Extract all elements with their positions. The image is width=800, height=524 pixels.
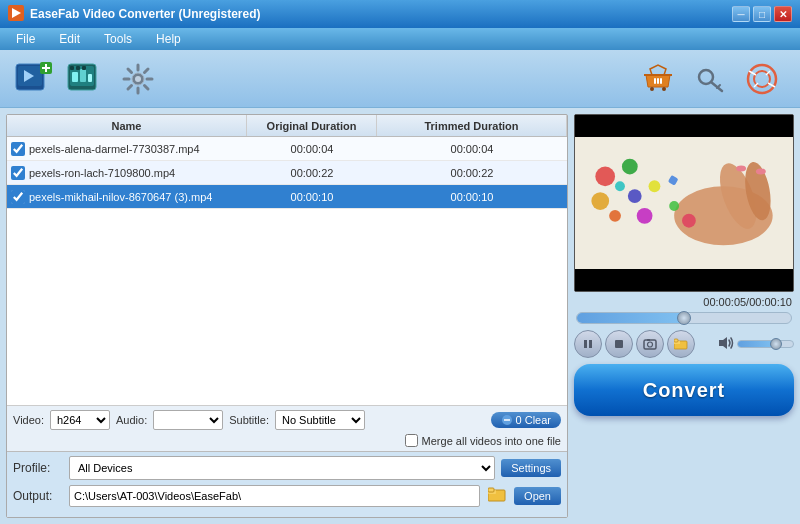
svg-point-48: [591, 192, 609, 210]
screenshot-button[interactable]: [636, 330, 664, 358]
merge-row: Merge all videos into one file: [13, 434, 561, 447]
time-display: 00:00:05/00:00:10: [574, 296, 794, 308]
svg-rect-10: [72, 72, 78, 82]
col-header-original: Original Duration: [247, 115, 377, 136]
svg-point-27: [662, 87, 666, 91]
progress-thumb[interactable]: [677, 311, 691, 325]
output-label: Output:: [13, 489, 63, 503]
table-row[interactable]: pexels-ron-lach-7109800.mp4 00:00:22 00:…: [7, 161, 567, 185]
file-table-body: pexels-alena-darmel-7730387.mp4 00:00:04…: [7, 137, 567, 405]
stop-button[interactable]: [605, 330, 633, 358]
profile-row: Profile: All Devices MP4 MKV Settings: [13, 456, 561, 480]
video-label: Video:: [13, 414, 44, 426]
svg-rect-63: [589, 340, 592, 348]
menu-bar: File Edit Tools Help: [0, 28, 800, 50]
playback-controls: [574, 330, 794, 358]
svg-rect-14: [76, 66, 80, 70]
orig-duration-1: 00:00:04: [247, 143, 377, 155]
svg-point-59: [669, 201, 679, 211]
svg-point-57: [736, 166, 746, 172]
svg-rect-12: [88, 74, 92, 82]
toolbar: [0, 50, 800, 108]
codec-controls-row: Video: h264 h265 mpeg4 Audio: aac mp3 Su…: [13, 410, 561, 430]
convert-button[interactable]: Convert: [574, 364, 794, 416]
svg-point-46: [595, 167, 615, 187]
svg-rect-65: [644, 340, 656, 349]
video-codec-select[interactable]: h264 h265 mpeg4: [50, 410, 110, 430]
basket-button[interactable]: [634, 56, 682, 102]
menu-edit[interactable]: Edit: [47, 30, 92, 48]
add-video-button[interactable]: [10, 56, 58, 102]
clear-count: 0: [516, 414, 522, 426]
edit-video-button[interactable]: [62, 56, 110, 102]
pause-button[interactable]: [574, 330, 602, 358]
settings-button[interactable]: Settings: [501, 459, 561, 477]
svg-rect-64: [615, 340, 623, 348]
file-checkbox-3[interactable]: [11, 190, 25, 204]
output-path-input[interactable]: [69, 485, 480, 507]
volume-thumb[interactable]: [770, 338, 782, 350]
svg-point-50: [609, 210, 621, 222]
trim-duration-1: 00:00:04: [377, 143, 567, 155]
clear-label: Clear: [525, 414, 551, 426]
trim-duration-2: 00:00:22: [377, 167, 567, 179]
close-button[interactable]: ✕: [774, 6, 792, 22]
menu-help[interactable]: Help: [144, 30, 193, 48]
folder-open-icon-button[interactable]: [486, 484, 508, 507]
file-checkbox-1[interactable]: [11, 142, 25, 156]
progress-bar-container[interactable]: [576, 312, 792, 324]
menu-file[interactable]: File: [4, 30, 47, 48]
volume-slider[interactable]: [737, 340, 794, 348]
output-row: Output: Open: [13, 484, 561, 507]
audio-codec-select[interactable]: aac mp3: [153, 410, 223, 430]
register-key-button[interactable]: [686, 56, 734, 102]
open-folder-button[interactable]: [667, 330, 695, 358]
clear-icon: [501, 414, 513, 426]
profile-label: Profile:: [13, 461, 63, 475]
svg-rect-13: [70, 66, 74, 70]
merge-checkbox[interactable]: [405, 434, 418, 447]
file-checkbox-2[interactable]: [11, 166, 25, 180]
settings-gear-button[interactable]: [114, 56, 162, 102]
svg-rect-30: [660, 78, 662, 84]
subtitle-select[interactable]: No Subtitle: [275, 410, 365, 430]
progress-fill: [577, 313, 684, 323]
svg-line-24: [145, 69, 149, 73]
volume-icon: [718, 336, 734, 353]
svg-rect-67: [647, 339, 650, 341]
preview-image: [575, 115, 793, 291]
merge-label: Merge all videos into one file: [422, 435, 561, 447]
svg-rect-44: [488, 488, 494, 492]
svg-point-66: [648, 342, 653, 347]
main-content: Name Original Duration Trimmed Duration …: [0, 108, 800, 524]
preview-panel: 00:00:05/00:00:10: [574, 114, 794, 518]
help-button[interactable]: [738, 56, 786, 102]
video-preview: [574, 114, 794, 292]
menu-tools[interactable]: Tools: [92, 30, 144, 48]
profile-select[interactable]: All Devices MP4 MKV: [69, 456, 495, 480]
svg-point-51: [637, 208, 653, 224]
subtitle-label: Subtitle:: [229, 414, 269, 426]
svg-rect-28: [654, 78, 656, 84]
maximize-button[interactable]: □: [753, 6, 771, 22]
svg-point-34: [748, 65, 776, 93]
svg-point-49: [628, 189, 642, 203]
open-button[interactable]: Open: [514, 487, 561, 505]
orig-duration-2: 00:00:22: [247, 167, 377, 179]
app-icon: [8, 5, 24, 24]
table-row[interactable]: pexels-mikhail-nilov-8670647 (3).mp4 00:…: [7, 185, 567, 209]
svg-rect-70: [674, 339, 678, 342]
svg-rect-11: [80, 69, 86, 82]
svg-point-47: [622, 159, 638, 175]
svg-rect-15: [82, 66, 86, 70]
table-row[interactable]: pexels-alena-darmel-7730387.mp4 00:00:04…: [7, 137, 567, 161]
clear-button[interactable]: 0 Clear: [491, 412, 561, 428]
title-text: EaseFab Video Converter (Unregistered): [30, 7, 729, 21]
minimize-button[interactable]: ─: [732, 6, 750, 22]
audio-label: Audio:: [116, 414, 147, 426]
svg-point-26: [650, 87, 654, 91]
file-table-header: Name Original Duration Trimmed Duration: [7, 115, 567, 137]
profile-output-area: Profile: All Devices MP4 MKV Settings Ou…: [7, 451, 567, 517]
svg-point-17: [135, 76, 141, 82]
svg-marker-71: [719, 337, 727, 349]
